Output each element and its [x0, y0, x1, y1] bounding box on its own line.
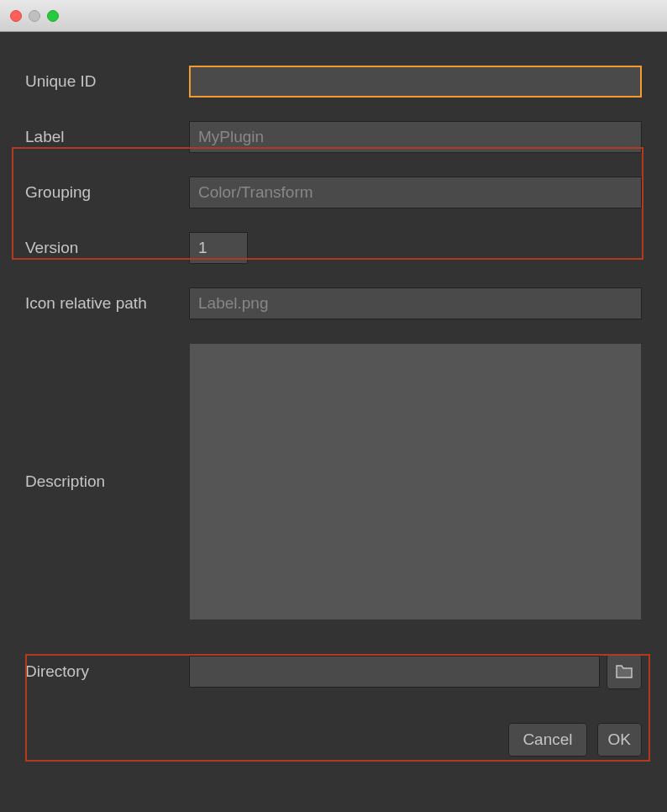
- unique-id-label: Unique ID: [25, 72, 189, 91]
- unique-id-input[interactable]: [189, 66, 642, 98]
- icon-path-input[interactable]: [189, 287, 642, 319]
- cancel-button[interactable]: Cancel: [508, 723, 586, 757]
- grouping-input[interactable]: [189, 177, 642, 208]
- icon-path-row: Icon relative path: [25, 287, 642, 319]
- grouping-row: Grouping: [25, 177, 642, 208]
- version-row: Version: [25, 232, 642, 264]
- browse-directory-button[interactable]: [607, 654, 642, 689]
- version-label: Version: [25, 239, 189, 257]
- window-close-button[interactable]: [10, 10, 22, 22]
- grouping-label: Grouping: [25, 183, 189, 202]
- icon-path-label: Icon relative path: [25, 294, 189, 313]
- description-row: Description: [25, 343, 642, 620]
- directory-row: Directory: [25, 654, 642, 689]
- window-maximize-button[interactable]: [47, 10, 59, 22]
- description-textarea[interactable]: [189, 343, 642, 620]
- directory-label: Directory: [25, 662, 189, 681]
- label-row: Label: [25, 121, 642, 153]
- ok-button[interactable]: OK: [597, 723, 642, 757]
- description-label: Description: [25, 472, 189, 491]
- unique-id-row: Unique ID: [25, 66, 642, 98]
- dialog-content: Unique ID Label Grouping Version Icon re…: [0, 32, 667, 782]
- label-label: Label: [25, 128, 189, 146]
- window-titlebar: [0, 0, 667, 32]
- window-minimize-button[interactable]: [29, 10, 40, 22]
- directory-input[interactable]: [189, 656, 600, 688]
- label-input[interactable]: [189, 121, 642, 153]
- version-input[interactable]: [189, 232, 248, 264]
- dialog-button-row: Cancel OK: [25, 723, 642, 757]
- folder-icon: [615, 664, 633, 679]
